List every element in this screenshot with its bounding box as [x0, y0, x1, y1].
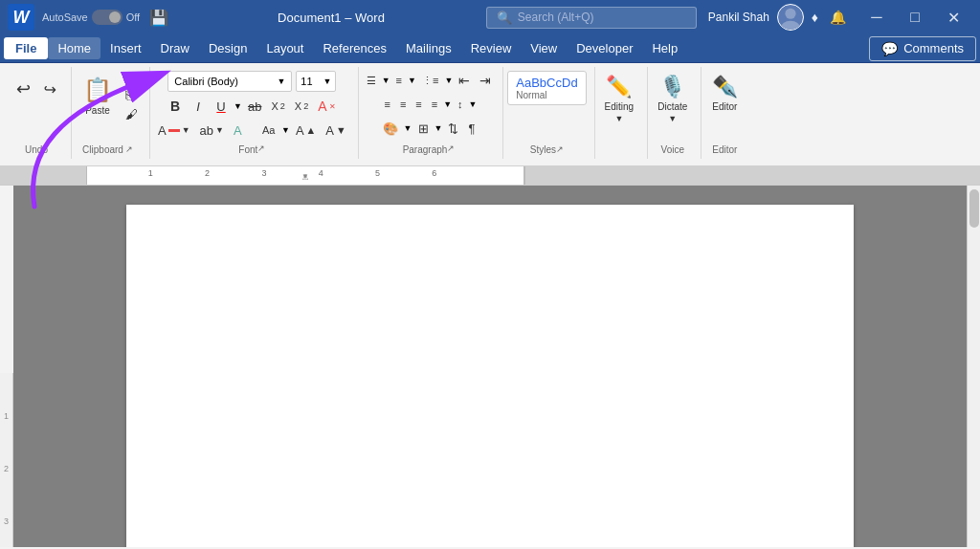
multilevel-button[interactable]: ⋮≡	[418, 73, 442, 89]
toggle-knob	[109, 11, 121, 23]
align-dropdown[interactable]: ▼	[443, 99, 452, 109]
copy-button[interactable]: ⎘	[122, 86, 142, 104]
font-color-dropdown[interactable]: ▼	[182, 125, 190, 135]
ruler-body: ▼ △ 1 2 3 4 5 6	[86, 166, 524, 185]
document-area[interactable]	[13, 186, 967, 547]
justify-button[interactable]: ≡	[428, 97, 441, 112]
dictate-button[interactable]: 🎙️ Dictate ▼	[652, 71, 693, 127]
styles-expand-icon[interactable]: ↗	[556, 144, 564, 154]
editor-button[interactable]: ✒️ Editor	[705, 71, 744, 116]
subscript-button[interactable]: X2	[267, 99, 288, 114]
share-icon[interactable]: 🔔	[830, 10, 846, 25]
restore-button[interactable]: □	[896, 0, 934, 34]
strikethrough-button[interactable]: ab	[244, 98, 265, 116]
font-case-button[interactable]: Aa	[258, 122, 279, 138]
comments-button[interactable]: 💬 Comments	[869, 36, 976, 61]
scroll-thumb[interactable]	[969, 189, 979, 228]
user-avatar[interactable]	[777, 4, 804, 31]
paragraph-expand-icon[interactable]: ↗	[447, 143, 455, 153]
shading-button[interactable]: 🎨	[379, 120, 402, 138]
ribbon: ↩ ↩ Undo 📋 Paste ✂	[0, 63, 980, 166]
font-color-icon: A	[158, 123, 167, 138]
line-spacing-button[interactable]: ↕	[454, 97, 467, 112]
bullets-dropdown[interactable]: ▼	[382, 76, 390, 85]
menu-developer[interactable]: Developer	[567, 37, 642, 59]
font-family-selector[interactable]: Calibri (Body) ▼	[167, 71, 292, 92]
menu-mailings[interactable]: Mailings	[396, 37, 461, 59]
menu-bar: File Home Insert Draw Design Layout Refe…	[0, 34, 980, 63]
redo-button[interactable]: ↩	[36, 77, 63, 102]
editing-button[interactable]: ✏️ Editing ▼	[599, 71, 640, 127]
underline-dropdown[interactable]: ▼	[234, 101, 242, 111]
minimize-button[interactable]: ─	[858, 0, 896, 34]
editing-dropdown[interactable]: ▼	[614, 114, 623, 123]
clear-format-button[interactable]: A✕	[314, 97, 339, 116]
menu-design[interactable]: Design	[199, 37, 256, 59]
undo-group-label: Undo	[10, 144, 63, 155]
undo-button[interactable]: ↩	[10, 75, 36, 103]
dictate-dropdown[interactable]: ▼	[668, 114, 677, 123]
highlight-dropdown[interactable]: ▼	[215, 125, 224, 135]
text-effects-button[interactable]: A	[230, 121, 256, 140]
bold-button[interactable]: B	[165, 97, 186, 116]
sort-button[interactable]: ⇅	[444, 120, 462, 138]
font-expand-icon[interactable]: ↗	[257, 143, 265, 153]
diamond-icon[interactable]: ♦	[812, 10, 818, 25]
case-dropdown[interactable]: ▼	[281, 125, 290, 135]
borders-button[interactable]: ⊞	[414, 120, 433, 138]
user-name: Pankil Shah	[708, 11, 769, 24]
highlight-button[interactable]: ab ▼	[196, 121, 228, 140]
autosave-area: AutoSave Off	[42, 10, 140, 25]
vertical-scrollbar[interactable]	[967, 186, 980, 547]
clipboard-expand-icon[interactable]: ↗	[123, 144, 135, 154]
styles-normal: AaBbCcDd	[516, 76, 577, 90]
multilevel-dropdown[interactable]: ▼	[444, 76, 453, 85]
editing-label: Editing	[605, 101, 635, 112]
decrease-indent-button[interactable]: ⇤	[455, 71, 474, 90]
superscript-button[interactable]: X2	[291, 99, 312, 114]
numbering-button[interactable]: ≡	[392, 73, 406, 88]
show-marks-button[interactable]: ¶	[464, 120, 479, 138]
italic-button[interactable]: I	[188, 98, 209, 116]
paste-button[interactable]: 📋 Paste	[76, 69, 120, 123]
font-color-button[interactable]: A ▼	[154, 121, 194, 140]
numbering-dropdown[interactable]: ▼	[408, 76, 416, 85]
ribbon-group-paragraph: ☰ ▼ ≡ ▼ ⋮≡ ▼ ⇤ ⇥ ≡ ≡ ≡ ≡ ▼ ↕ ▼ 🎨	[359, 67, 504, 159]
increase-indent-button[interactable]: ⇥	[476, 71, 495, 90]
menu-view[interactable]: View	[521, 37, 567, 59]
voice-group-label: Voice	[652, 144, 693, 155]
menu-help[interactable]: Help	[642, 37, 687, 59]
close-button[interactable]: ✕	[934, 0, 972, 34]
menu-home[interactable]: Home	[48, 37, 100, 59]
align-left-button[interactable]: ≡	[380, 97, 393, 112]
align-center-button[interactable]: ≡	[396, 97, 410, 112]
paste-icon: 📋	[83, 77, 112, 103]
menu-layout[interactable]: Layout	[256, 37, 313, 59]
align-right-button[interactable]: ≡	[412, 97, 425, 112]
font-size-selector[interactable]: 11 ▼	[296, 71, 336, 92]
shading-dropdown[interactable]: ▼	[404, 123, 412, 133]
menu-review[interactable]: Review	[461, 37, 522, 59]
ribbon-group-voice: 🎙️ Dictate ▼ Voice	[648, 67, 702, 159]
menu-draw[interactable]: Draw	[151, 37, 199, 59]
format-painter-button[interactable]: 🖌	[122, 105, 142, 123]
borders-dropdown[interactable]: ▼	[434, 123, 443, 133]
underline-button[interactable]: U	[211, 98, 232, 116]
styles-label-normal: Normal	[516, 90, 577, 100]
grow-font-button[interactable]: A▲	[292, 121, 320, 140]
svg-point-1	[781, 21, 800, 31]
menu-references[interactable]: References	[313, 37, 395, 59]
document-page[interactable]	[126, 205, 854, 547]
autosave-toggle[interactable]	[92, 10, 122, 25]
save-button[interactable]: 💾	[149, 9, 168, 27]
menu-insert[interactable]: Insert	[100, 37, 151, 59]
line-spacing-dropdown[interactable]: ▼	[469, 99, 478, 109]
styles-gallery[interactable]: AaBbCcDd Normal	[507, 71, 586, 105]
cut-button[interactable]: ✂	[122, 69, 142, 85]
bullets-button[interactable]: ☰	[363, 73, 380, 89]
cut-icon: ✂	[125, 71, 134, 83]
editing-icon: ✏️	[606, 75, 632, 99]
menu-file[interactable]: File	[4, 37, 48, 59]
shrink-font-button[interactable]: A▼	[322, 121, 349, 140]
search-bar[interactable]: 🔍 Search (Alt+Q)	[486, 7, 697, 29]
